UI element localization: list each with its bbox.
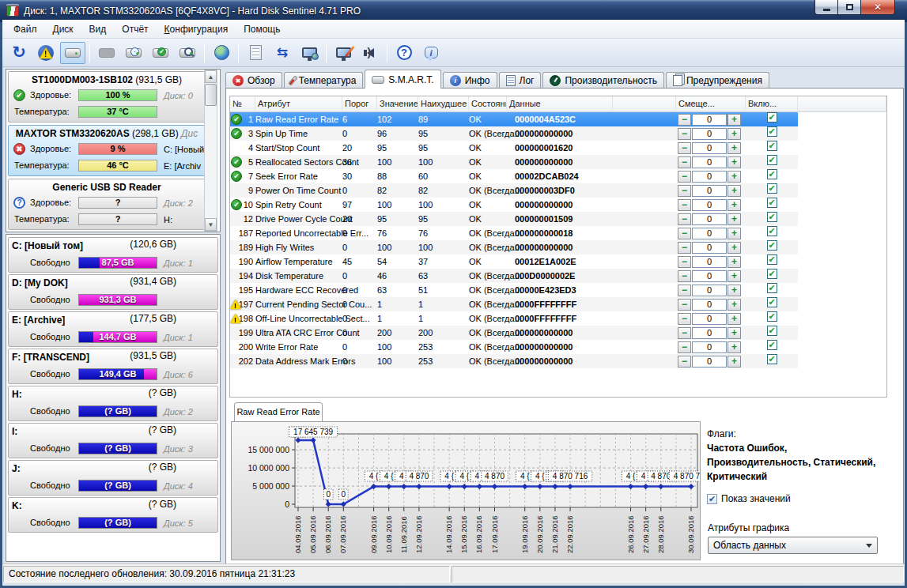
partition-card[interactable]: I:(? GB)Свободно(? GB)Диск: 3 xyxy=(8,423,218,458)
menu-item-конфигурация[interactable]: Конфигурация xyxy=(157,21,236,37)
decrement-button[interactable]: − xyxy=(678,299,691,311)
increment-button[interactable]: + xyxy=(727,341,741,353)
table-row[interactable]: 197Current Pending Sector Cou...011OK (В… xyxy=(230,297,886,311)
partition-card[interactable]: F: [TRANSCEND](931,5 GB)Свободно149,4 GB… xyxy=(8,349,218,384)
menu-item-отчёт[interactable]: Отчёт xyxy=(114,21,156,37)
increment-button[interactable]: + xyxy=(727,228,741,239)
offset-value[interactable]: 0 xyxy=(692,327,727,339)
tab-s.m.a.r.t.[interactable]: S.M.A.R.T. xyxy=(365,70,440,89)
table-row[interactable]: 200Write Error Rate0100253OK (Всегда...0… xyxy=(230,340,886,354)
close-button[interactable]: ✕ xyxy=(861,0,895,15)
disk-card[interactable]: Generic USB SD Reader?Здоровье:?Диск: 2Т… xyxy=(8,179,206,230)
partition-card[interactable]: H:(? GB)Свободно(? GB)Диск: 2 xyxy=(8,386,218,421)
increment-button[interactable]: + xyxy=(727,114,741,126)
increment-button[interactable]: + xyxy=(727,327,741,339)
enabled-checkbox[interactable]: ✔ xyxy=(767,283,777,293)
decrement-button[interactable]: − xyxy=(678,327,691,339)
enabled-checkbox[interactable]: ✔ xyxy=(767,212,777,222)
table-row[interactable]: ✔7Seek Error Rate308860OK00002DCAB024−0+… xyxy=(230,169,886,183)
tab-лог[interactable]: Лог xyxy=(499,72,542,89)
disk-search-button[interactable] xyxy=(175,42,200,64)
increment-button[interactable]: + xyxy=(727,270,741,282)
enabled-checkbox[interactable]: ✔ xyxy=(767,354,777,364)
offset-value[interactable]: 0 xyxy=(692,256,727,268)
partition-card[interactable]: D: [My DOK](931,4 GB)Свободно931,3 GB xyxy=(8,274,218,310)
tab-предупреждения[interactable]: Предупреждения xyxy=(666,72,769,89)
offset-value[interactable]: 0 xyxy=(692,356,727,368)
decrement-button[interactable]: − xyxy=(678,142,691,154)
decrement-button[interactable]: − xyxy=(678,270,691,282)
enabled-checkbox[interactable]: ✔ xyxy=(767,254,777,265)
decrement-button[interactable]: − xyxy=(678,114,691,126)
decrement-button[interactable]: − xyxy=(678,156,691,168)
decrement-button[interactable]: − xyxy=(678,213,691,225)
decrement-button[interactable]: − xyxy=(678,242,691,254)
offset-value[interactable]: 0 xyxy=(692,228,727,239)
graph-attr-dropdown[interactable]: Область данных xyxy=(708,537,878,554)
disk-card[interactable]: ST1000DM003-1SB102 (931,5 GB)✔Здоровье:1… xyxy=(8,71,206,122)
about-button[interactable]: i xyxy=(418,42,444,64)
offset-value[interactable]: 0 xyxy=(692,213,727,225)
disk-alert-button[interactable] xyxy=(33,42,59,64)
offset-value[interactable]: 0 xyxy=(692,171,727,183)
disk-list-scrollbar[interactable]: ▲ ▼ xyxy=(204,70,217,232)
offset-value[interactable]: 0 xyxy=(692,199,727,211)
increment-button[interactable]: + xyxy=(727,185,741,197)
menu-item-диск[interactable]: Диск xyxy=(45,21,81,37)
increment-button[interactable]: + xyxy=(727,142,741,154)
disk-overview-button[interactable] xyxy=(60,42,85,64)
increment-button[interactable]: + xyxy=(727,156,741,168)
chart-subtab[interactable]: Raw Read Error Rate xyxy=(234,402,323,422)
increment-button[interactable]: + xyxy=(727,313,741,325)
help-button[interactable]: ? xyxy=(391,42,417,64)
increment-button[interactable]: + xyxy=(727,199,741,211)
menu-item-файл[interactable]: Файл xyxy=(6,21,45,37)
show-values-checkbox[interactable]: ✔ xyxy=(707,494,717,504)
table-row[interactable]: ✔3Spin Up Time09695OK (Всегда...00000000… xyxy=(230,126,886,141)
scroll-down-icon[interactable]: ▼ xyxy=(205,218,217,231)
enabled-checkbox[interactable]: ✔ xyxy=(767,240,777,251)
table-row[interactable]: 199Ultra ATA CRC Error Count0200200OK (В… xyxy=(230,326,886,340)
decrement-button[interactable]: − xyxy=(678,171,691,183)
table-row[interactable]: ✔1Raw Read Error Rate610289OK0000004A523… xyxy=(230,112,886,126)
offset-value[interactable]: 0 xyxy=(692,299,727,311)
tab-температура[interactable]: Температура xyxy=(284,72,364,89)
enabled-checkbox[interactable]: ✔ xyxy=(767,112,777,122)
offset-value[interactable]: 0 xyxy=(692,185,727,197)
decrement-button[interactable]: − xyxy=(678,285,691,296)
refresh-button[interactable]: ↻ xyxy=(6,42,32,64)
report-button[interactable] xyxy=(243,42,268,64)
table-row[interactable]: ✔10Spin Retry Count97100100OK00000000000… xyxy=(230,198,886,212)
acoustic-button[interactable] xyxy=(357,42,383,64)
decrement-button[interactable]: − xyxy=(678,341,691,353)
tab-производительность[interactable]: Производительность xyxy=(542,72,663,89)
minimize-button[interactable] xyxy=(814,0,838,15)
menu-item-вид[interactable]: Вид xyxy=(81,21,115,37)
enabled-checkbox[interactable]: ✔ xyxy=(767,269,777,279)
increment-button[interactable]: + xyxy=(727,356,741,368)
partition-card[interactable]: K:(? GB)Свободно(? GB)Диск: 5 xyxy=(8,497,218,533)
table-row[interactable]: 189High Fly Writes0100100OK (Всегда...00… xyxy=(230,240,886,254)
sync-button[interactable]: ⇆ xyxy=(270,42,295,64)
partition-card[interactable]: J:(? GB)Свободно(? GB)Диск: 4 xyxy=(8,460,218,496)
table-row[interactable]: 4Start/Stop Count209595OK000000001620−0+… xyxy=(230,141,886,155)
table-row[interactable]: 198Off-Line Uncorrectable Sect...011OK (… xyxy=(230,311,886,326)
enabled-checkbox[interactable]: ✔ xyxy=(767,169,777,179)
increment-button[interactable]: + xyxy=(727,285,741,296)
partition-card[interactable]: E: [Archive](177,5 GB)Свободно144,7 GBДи… xyxy=(8,311,218,347)
disk-disabled-button[interactable] xyxy=(94,42,119,64)
enabled-checkbox[interactable]: ✔ xyxy=(767,155,777,165)
tab-инфо[interactable]: iИнфо xyxy=(443,72,497,89)
increment-button[interactable]: + xyxy=(727,299,741,311)
offset-value[interactable]: 0 xyxy=(692,114,727,126)
enabled-checkbox[interactable]: ✔ xyxy=(767,297,777,307)
offset-value[interactable]: 0 xyxy=(692,341,727,353)
increment-button[interactable]: + xyxy=(727,171,741,183)
remote-computer-button[interactable] xyxy=(297,42,322,64)
enabled-checkbox[interactable]: ✔ xyxy=(767,226,777,236)
partition-card[interactable]: C: [Новый том](120,6 GB)Свободно87,5 GBД… xyxy=(8,237,218,273)
enabled-checkbox[interactable]: ✔ xyxy=(767,141,777,151)
increment-button[interactable]: + xyxy=(727,256,741,268)
offset-value[interactable]: 0 xyxy=(692,313,727,325)
table-row[interactable]: 9Power On Time Count08282OK (Всегда...00… xyxy=(230,183,886,198)
